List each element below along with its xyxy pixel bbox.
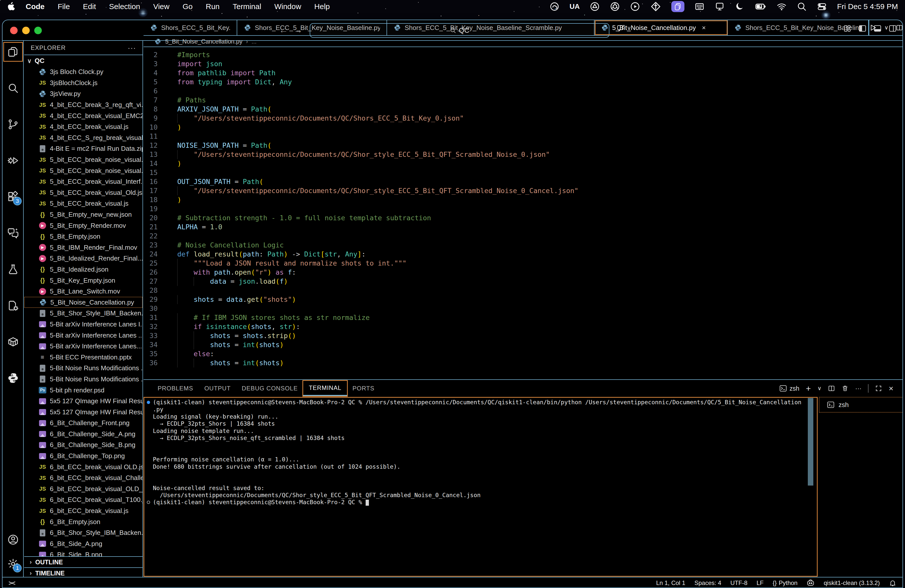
run-python-file-icon[interactable]	[869, 24, 877, 32]
ua-status[interactable]: UA	[570, 2, 580, 11]
close-tab-icon[interactable]: ×	[702, 24, 706, 32]
status-item[interactable]	[807, 579, 814, 587]
file-item[interactable]: {}5_Bit_Empty_new_new.json	[24, 209, 143, 220]
control-center-icon[interactable]	[817, 2, 827, 11]
file-item[interactable]: JS4_bit_ECC_break_3_reg_qft_vi...	[24, 100, 143, 111]
editor-tab[interactable]: Shors_ECC_5_Bit_Key_Noise_Baseline_Scram…	[387, 20, 594, 35]
file-item[interactable]: 6_Bit_Challenge_Side_A.png	[24, 429, 143, 440]
file-item[interactable]: 5-Bit arXiv Interference Lanes ...	[24, 330, 143, 341]
menu-run[interactable]: Run	[206, 2, 219, 11]
file-item[interactable]: 5_Bit_Noise_Cancellation.py	[24, 297, 143, 308]
file-item[interactable]: JS5_bit_ECC_break_visual.js	[24, 198, 143, 209]
zoom-window-button[interactable]	[34, 27, 42, 34]
activity-settings[interactable]: 1	[3, 553, 24, 574]
wifi-icon[interactable]	[776, 2, 787, 11]
file-item[interactable]: 3js Bloch Clock.py	[24, 67, 143, 78]
file-item[interactable]: 4-Bit E = mc2 Final Run Data.zip	[24, 143, 143, 154]
outline-section[interactable]: › OUTLINE	[24, 556, 143, 567]
file-item[interactable]: 3jsView.py	[24, 88, 143, 100]
file-item[interactable]: {}5_Bit_Idealized.json	[24, 264, 143, 275]
file-item[interactable]: JS6_bit_ECC_break_visual.js	[24, 506, 143, 517]
panel-tab-debug-console[interactable]: DEBUG CONSOLE	[236, 381, 303, 395]
file-item[interactable]: 5x5 127 QImage HW Final Resul...	[24, 396, 143, 407]
editor-tab[interactable]: Shors_ECC_5_Bit_Key_Noise_Baseline_Sc	[728, 20, 869, 35]
file-item[interactable]: {}6_Bit_Empty.json	[24, 516, 143, 527]
file-item[interactable]: {}5_Bit_Empty.json	[24, 231, 143, 242]
status-item[interactable]: LF	[756, 579, 764, 586]
file-item[interactable]: 6_Bit_Challenge_Front.png	[24, 418, 143, 429]
menu-selection[interactable]: Selection	[109, 2, 140, 11]
spotlight-search-icon[interactable]	[797, 2, 807, 11]
chevron-down-icon[interactable]: ∨	[884, 24, 888, 31]
editor-tab[interactable]: 5_Bit_Noise_Cancellation.py ×	[594, 20, 728, 35]
file-item[interactable]: 6_Bit_Side_A.png	[24, 539, 143, 550]
menu-go[interactable]: Go	[183, 2, 193, 11]
sidebar-more-icon[interactable]: ···	[128, 44, 136, 52]
file-item[interactable]: 5-Bit Noise Runs Modifications ...	[24, 374, 143, 385]
openai-icon[interactable]	[610, 2, 620, 11]
play-circle-icon[interactable]	[630, 2, 640, 11]
file-item[interactable]: {}5_Bit_Key_Empty.json	[24, 275, 143, 286]
creative-cloud-icon[interactable]	[549, 2, 559, 11]
menu-window[interactable]: Window	[274, 2, 301, 11]
file-item[interactable]: 6_Bit_Side_B.png	[24, 549, 143, 556]
activity-extensions[interactable]: 3	[3, 186, 24, 208]
terminal-output[interactable]: (qiskit1-clean) steventippeconnic@Steven…	[146, 399, 807, 575]
file-item[interactable]: 6_Bit_Challenge_Side_B.png	[24, 439, 143, 450]
file-item[interactable]: 5-Bit arXiv Interference Lanes I...	[24, 319, 143, 330]
panel-tab-problems[interactable]: PROBLEMS	[152, 381, 198, 395]
split-editor-icon[interactable]	[896, 24, 903, 31]
display-icon[interactable]	[714, 2, 725, 11]
breadcrumb[interactable]: 5_Bit_Noise_Cancellation.py › ...	[143, 36, 903, 47]
file-item[interactable]: JS5_bit_ECC_break_visual_Old.js	[24, 187, 143, 198]
file-item[interactable]: 5x5 127 QImage HW Final Resul...	[24, 407, 143, 418]
panel-tab-output[interactable]: OUTPUT	[198, 381, 236, 395]
file-item[interactable]: ▶5_Bit_Empty_Render.mov	[24, 220, 143, 231]
activity-python[interactable]	[3, 368, 24, 389]
menu-help[interactable]: Help	[314, 2, 330, 11]
activity-accounts[interactable]	[3, 529, 24, 550]
menu-file[interactable]: File	[58, 2, 70, 11]
code-editor[interactable]: 2 #Imports 3 import json 4 from pathlib …	[143, 48, 903, 379]
panel-tab-ports[interactable]: PORTS	[347, 381, 380, 395]
status-item[interactable]: ><	[9, 579, 14, 587]
file-item[interactable]: JS4_bit_ECC_break_visual_EMC2...	[24, 110, 143, 121]
editor-tab[interactable]: Shors_ECC_5_Bit_Key_Noise_Baseline.py	[237, 20, 387, 35]
activity-search[interactable]	[3, 78, 24, 99]
activity-containers[interactable]	[3, 331, 24, 352]
activity-testing[interactable]	[3, 259, 24, 280]
file-item[interactable]: JS5_bit_ECC_break_noise_visual.js	[24, 165, 143, 176]
activity-code-runner[interactable]	[3, 295, 24, 316]
folder-section-qc[interactable]: ∨ QC	[24, 55, 143, 67]
activity-run-debug[interactable]	[3, 150, 24, 171]
terminal-scrollbar[interactable]	[808, 398, 813, 485]
file-item[interactable]: ▶5_Bit_Lane_Switch.mov	[24, 286, 143, 297]
file-item[interactable]: 6_Bit_Challenge_Top.png	[24, 450, 143, 462]
status-item[interactable]: {}Python	[773, 579, 797, 586]
file-item[interactable]: JS6_bit_ECC_break_visual_OLD_...	[24, 483, 143, 494]
editor-tab[interactable]: Shors_ECC_5_Bit_Key.py	[143, 20, 237, 35]
chevron-down-icon[interactable]: ∨	[818, 385, 821, 391]
terminal-shell-label[interactable]: zsh	[780, 385, 799, 392]
status-item[interactable]: Ln 1, Col 1	[656, 579, 686, 586]
file-item[interactable]: JS6_bit_ECC_break_visual_Challe...	[24, 472, 143, 483]
file-item[interactable]: ≡5-Bit ECC Presentation.pptx	[24, 352, 143, 363]
minimize-window-button[interactable]	[22, 27, 30, 34]
moon-icon[interactable]	[735, 2, 745, 11]
command-decoration-run[interactable]	[147, 401, 150, 404]
file-item[interactable]: 5_Bit_Shor_Style_IBM_Backen...	[24, 308, 143, 319]
panel-more-icon[interactable]: ···	[855, 385, 861, 392]
file-item[interactable]: ▶5_Bit_IBM_Render_Final.mov	[24, 242, 143, 253]
command-decoration-prompt[interactable]	[147, 501, 150, 504]
activity-source-control[interactable]	[3, 114, 24, 135]
file-item[interactable]: JS3jsBlochClock.js	[24, 78, 143, 89]
file-item[interactable]: JS4_bit_ECC_break_visual.js	[24, 121, 143, 132]
terminal-viewport[interactable]: (qiskit1-clean) steventippeconnic@Steven…	[143, 397, 818, 577]
file-item[interactable]: JS5_bit_ECC_break_visual_Interf...	[24, 176, 143, 187]
status-item[interactable]: UTF-8	[730, 579, 747, 586]
close-panel-icon[interactable]: ×	[889, 384, 894, 393]
drive-icon[interactable]	[590, 2, 600, 11]
split-terminal-icon[interactable]	[828, 385, 835, 392]
file-item[interactable]: JS4_bit_ECC_S_reg_break_visual...	[24, 132, 143, 143]
file-item[interactable]: 5-Bit arXiv Interference Lanes....	[24, 341, 143, 352]
